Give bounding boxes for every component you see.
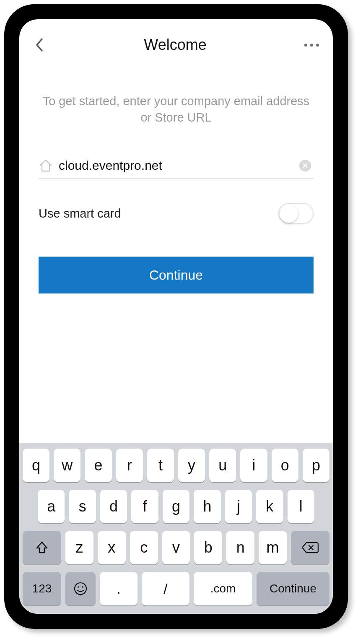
key-g[interactable]: g: [163, 490, 189, 523]
more-button[interactable]: [303, 44, 321, 47]
key-e[interactable]: e: [85, 449, 111, 482]
key-d[interactable]: d: [100, 490, 127, 523]
more-icon: [316, 44, 319, 47]
toggle-knob: [280, 204, 298, 223]
key-f[interactable]: f: [131, 490, 158, 523]
more-icon: [310, 44, 313, 47]
continue-button[interactable]: Continue: [39, 257, 314, 293]
url-input[interactable]: [59, 158, 293, 173]
keyboard-row-1: q w e r t y u i o p: [23, 449, 329, 482]
key-t[interactable]: t: [147, 449, 174, 482]
key-y[interactable]: y: [178, 449, 205, 482]
key-a[interactable]: a: [38, 490, 65, 523]
key-w[interactable]: w: [54, 449, 80, 482]
key-backspace[interactable]: [291, 531, 329, 564]
svg-point-4: [75, 583, 86, 595]
back-button[interactable]: [31, 36, 48, 53]
instruction-text: To get started, enter your company email…: [39, 93, 314, 126]
key-c[interactable]: c: [130, 531, 158, 564]
keyboard-row-3: z x c v b n m: [23, 531, 329, 564]
screen: Welcome To get started, enter your compa…: [19, 19, 333, 614]
key-x[interactable]: x: [98, 531, 126, 564]
key-z[interactable]: z: [65, 531, 93, 564]
main-content: To get started, enter your company email…: [19, 58, 333, 443]
smartcard-label: Use smart card: [39, 207, 121, 221]
more-icon: [304, 44, 307, 47]
key-com[interactable]: .com: [194, 572, 252, 605]
svg-point-6: [82, 586, 83, 588]
key-dot[interactable]: .: [100, 572, 137, 605]
backspace-icon: [301, 541, 319, 554]
key-continue[interactable]: Continue: [257, 572, 329, 605]
key-u[interactable]: u: [209, 449, 236, 482]
smartcard-toggle[interactable]: [278, 203, 314, 224]
key-q[interactable]: q: [23, 449, 49, 482]
key-r[interactable]: r: [116, 449, 143, 482]
keyboard-row-2: a s d f g h j k l: [23, 490, 329, 523]
key-slash[interactable]: /: [142, 572, 189, 605]
page-title: Welcome: [144, 36, 206, 54]
clear-button[interactable]: [299, 160, 311, 171]
clear-icon: [302, 163, 308, 169]
key-s[interactable]: s: [69, 490, 96, 523]
device-frame: Welcome To get started, enter your compa…: [4, 4, 348, 629]
keyboard: q w e r t y u i o p a s d f g h j k l: [19, 443, 333, 614]
keyboard-row-4: 123 . / .com Continue: [23, 572, 329, 605]
app-header: Welcome: [19, 19, 333, 58]
key-shift[interactable]: [23, 531, 61, 564]
key-h[interactable]: h: [194, 490, 220, 523]
svg-point-5: [78, 586, 79, 588]
emoji-icon: [73, 582, 88, 596]
key-numeric[interactable]: 123: [23, 572, 61, 605]
key-p[interactable]: p: [303, 449, 329, 482]
key-n[interactable]: n: [226, 531, 254, 564]
key-l[interactable]: l: [288, 490, 314, 523]
key-o[interactable]: o: [272, 449, 298, 482]
key-m[interactable]: m: [259, 531, 287, 564]
key-emoji[interactable]: [65, 572, 96, 605]
key-j[interactable]: j: [225, 490, 252, 523]
smartcard-row: Use smart card: [39, 203, 314, 224]
chevron-left-icon: [35, 38, 44, 52]
key-i[interactable]: i: [240, 449, 267, 482]
url-input-row: [39, 158, 314, 179]
home-icon: [39, 158, 53, 173]
key-k[interactable]: k: [256, 490, 283, 523]
shift-icon: [35, 540, 49, 555]
key-b[interactable]: b: [194, 531, 222, 564]
key-v[interactable]: v: [162, 531, 190, 564]
